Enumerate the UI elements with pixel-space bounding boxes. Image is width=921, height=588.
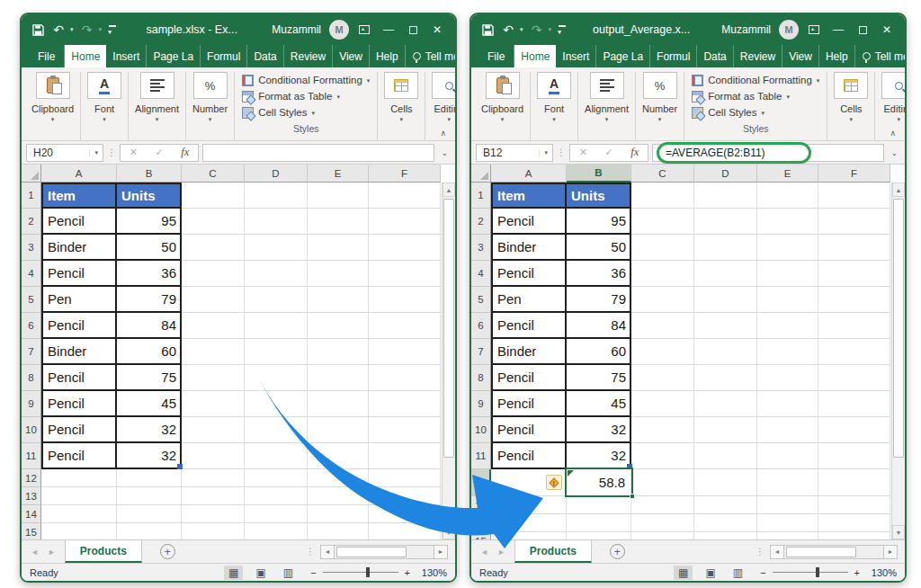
cell-F13[interactable] (818, 496, 890, 514)
scroll-down-button[interactable]: ▼ (443, 525, 455, 539)
maximize-button[interactable] (404, 22, 422, 38)
cell-B11[interactable]: 32 (117, 443, 182, 469)
enter-icon[interactable]: ✓ (155, 147, 163, 158)
cell-B14[interactable] (117, 505, 182, 523)
cell-C2[interactable] (631, 209, 694, 235)
column-header-B[interactable]: B (117, 165, 182, 183)
cell-F15[interactable] (369, 523, 441, 539)
close-button[interactable]: ✕ (878, 22, 896, 38)
cell-E14[interactable] (308, 505, 369, 523)
format-as-table-button[interactable]: Format as Table ▾ (692, 88, 819, 104)
h-scroll-track[interactable] (335, 545, 434, 559)
cell-C5[interactable] (182, 287, 245, 313)
cell-A11[interactable]: Pencil (491, 443, 567, 469)
row-header-11[interactable]: 11 (22, 443, 41, 469)
cell-A10[interactable]: Pencil (41, 417, 117, 443)
menu-tab-page-la[interactable]: Page La (147, 45, 201, 67)
row-header-10[interactable]: 10 (22, 417, 41, 443)
cell-E15[interactable] (757, 532, 818, 539)
qat-customize-button[interactable]: ▾ (108, 23, 112, 36)
cell-B11[interactable]: 32 (567, 443, 631, 469)
formula-bar-splitter[interactable]: ⋮ (557, 147, 566, 157)
cell-F11[interactable] (818, 443, 890, 469)
cell-D8[interactable] (694, 365, 757, 391)
scroll-right-button[interactable]: ► (434, 545, 448, 559)
cell-F9[interactable] (369, 391, 441, 417)
menu-tab-view[interactable]: View (333, 45, 370, 67)
cell-A7[interactable]: Binder (41, 339, 117, 365)
column-header-A[interactable]: A (41, 165, 117, 183)
cell-E13[interactable] (308, 487, 369, 505)
cell-A5[interactable]: Pen (41, 287, 117, 313)
cell-B8[interactable]: 75 (567, 365, 631, 391)
cell-E9[interactable] (308, 391, 369, 417)
cell-E10[interactable] (308, 417, 369, 443)
cell-C13[interactable] (631, 496, 694, 514)
cell-D3[interactable] (245, 235, 308, 261)
ribbon-display-options-button[interactable] (355, 22, 373, 38)
undo-caret-icon[interactable]: ▾ (520, 26, 523, 33)
cell-A9[interactable]: Pencil (491, 391, 567, 417)
cell-C15[interactable] (631, 532, 694, 539)
cell-C8[interactable] (182, 365, 245, 391)
row-header-15[interactable]: 15 (22, 523, 41, 539)
cell-C12[interactable] (182, 469, 245, 487)
alignment-caret-icon[interactable]: ▾ (156, 116, 159, 123)
cell-B5[interactable]: 79 (567, 287, 631, 313)
row-header-2[interactable]: 2 (22, 209, 41, 235)
cell-F8[interactable] (369, 365, 441, 391)
select-all-corner[interactable] (471, 165, 491, 183)
cell-E3[interactable] (308, 235, 369, 261)
cell-A13[interactable] (41, 487, 117, 505)
row-header-14[interactable]: 14 (471, 514, 491, 532)
vertical-scrollbar[interactable]: ▲▼ (891, 183, 905, 539)
cell-A15[interactable] (491, 532, 567, 539)
cell-C4[interactable] (631, 261, 694, 287)
cell-D14[interactable] (245, 505, 308, 523)
cell-E7[interactable] (757, 339, 818, 365)
cells-group[interactable]: Cells ▾ (378, 72, 425, 140)
row-header-14[interactable]: 14 (22, 505, 41, 523)
cell-E3[interactable] (757, 235, 818, 261)
minimize-button[interactable]: — (380, 22, 398, 38)
clipboard-group[interactable]: Clipboard ▾ (475, 72, 531, 140)
font-group[interactable]: A Font ▾ (531, 72, 578, 140)
cell-F6[interactable] (369, 313, 441, 339)
cell-B2[interactable]: 95 (117, 209, 182, 235)
cell-A2[interactable]: Pencil (41, 209, 117, 235)
cell-D11[interactable] (245, 443, 308, 469)
tab-scroll-splitter[interactable]: ⋮ (300, 547, 320, 557)
redo-caret-icon[interactable]: ▾ (99, 26, 103, 33)
cells-caret-icon[interactable]: ▾ (400, 116, 404, 123)
cell-F2[interactable] (369, 209, 441, 235)
cell-A14[interactable] (41, 505, 117, 523)
cell-B13[interactable] (117, 487, 182, 505)
column-header-A[interactable]: A (491, 165, 567, 183)
cell-F6[interactable] (818, 313, 890, 339)
menu-tab-file[interactable]: File (29, 45, 65, 67)
formula-input[interactable]: =AVERAGE(B2:B11) (652, 144, 884, 162)
cell-C10[interactable] (631, 417, 694, 443)
cell-E6[interactable] (308, 313, 369, 339)
cell-F10[interactable] (369, 417, 441, 443)
prev-sheet-button[interactable]: ◄ (31, 548, 39, 557)
enter-icon[interactable]: ✓ (604, 147, 613, 158)
cell-C1[interactable] (182, 183, 245, 209)
cell-B3[interactable]: 50 (567, 235, 631, 261)
row-header-15[interactable]: 15 (471, 532, 491, 539)
cancel-icon[interactable]: ✕ (130, 147, 138, 158)
column-header-E[interactable]: E (757, 165, 818, 183)
redo-caret-icon[interactable]: ▾ (549, 26, 552, 33)
cell-E4[interactable] (757, 261, 818, 287)
cell-E1[interactable] (757, 183, 818, 209)
number-caret-icon[interactable]: ▾ (658, 116, 662, 123)
cells-caret-icon[interactable]: ▾ (850, 116, 854, 123)
cell-F11[interactable] (369, 443, 441, 469)
menu-tab-home[interactable]: Home (65, 45, 106, 67)
cell-A9[interactable]: Pencil (41, 391, 117, 417)
cell-E5[interactable] (308, 287, 369, 313)
cell-D10[interactable] (694, 417, 757, 443)
font-group[interactable]: A Font ▾ (81, 72, 129, 140)
zoom-level[interactable]: 130% (416, 567, 447, 578)
cell-E8[interactable] (308, 365, 369, 391)
